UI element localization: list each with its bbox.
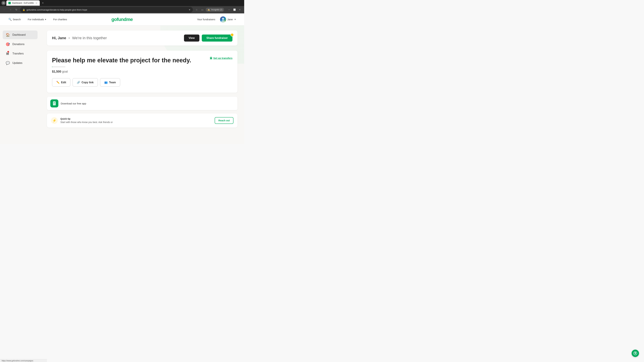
edit-label: Edit (61, 81, 66, 84)
action-buttons: ✏️ Edit 🔗 Copy link 👥 Team (52, 78, 232, 87)
tab-title: Dashboard - GoFundMe (12, 2, 34, 4)
bank-icon: 🏛 (210, 57, 212, 59)
your-fundraisers-link[interactable]: Your fundraisers (197, 18, 215, 21)
copy-link-button[interactable]: 🔗 Copy link (72, 78, 98, 87)
svg-rect-4 (54, 105, 55, 105)
setup-transfers-label: Set up transfers (213, 57, 232, 59)
site-logo[interactable]: gofundme (111, 17, 133, 22)
forward-btn[interactable]: → (8, 7, 13, 12)
svg-point-1 (222, 18, 224, 20)
fundraiser-card: 🏛 Set up transfers Please help me elevat… (47, 51, 238, 93)
reach-out-button[interactable]: Reach out (215, 117, 234, 124)
address-bar[interactable]: 🔒 gofundme.com/manage/donate-to-help-peo… (20, 7, 193, 12)
setup-transfers-link[interactable]: 🏛 Set up transfers (210, 57, 232, 59)
share-badge (230, 33, 234, 36)
notification-dot (8, 51, 9, 53)
window-controls: ─ ⬜ ✕ (227, 7, 242, 12)
user-menu[interactable]: Jane ▼ (219, 16, 238, 23)
copy-link-label: Copy link (82, 81, 94, 84)
team-icon: 👥 (104, 81, 108, 84)
edit-button[interactable]: ✏️ Edit (52, 78, 70, 87)
for-individuals-nav[interactable]: For individuals ▼ (26, 17, 48, 22)
sidebar-updates-label: Updates (12, 61, 22, 64)
for-individuals-label: For individuals (28, 18, 44, 21)
back-btn[interactable]: ← (2, 7, 7, 12)
site-header: 🔍 Search For individuals ▼ For charities… (0, 13, 244, 25)
team-label: Team (109, 81, 116, 84)
search-label: Search (13, 18, 21, 21)
app-icon (50, 99, 58, 107)
quick-tip-card: ⚡ Quick tip Start with those who know yo… (47, 113, 238, 128)
search-btn[interactable]: 🔍 Search (7, 17, 22, 22)
incognito-label: Incognito (2) (211, 8, 222, 11)
sidebar: 🏠 Dashboard 🎯 Donations 🏛 Transfers 💬 Up… (0, 25, 40, 143)
goal-text: $1,500 goal (52, 70, 232, 73)
download-app-banner[interactable]: Download our free app (47, 97, 238, 110)
tab-switcher-btn[interactable] (1, 1, 6, 5)
incognito-badge[interactable]: 🕵 Incognito (2) (206, 8, 224, 12)
search-icon: 🔍 (8, 18, 12, 21)
setup-transfers-wrapper: 🏛 Set up transfers Please help me elevat… (52, 57, 232, 66)
for-charities-nav[interactable]: For charities (52, 17, 68, 22)
user-chevron-down-icon: ▼ (234, 18, 236, 21)
quick-tip-text: Start with those who know you best. Ask … (60, 121, 212, 123)
minimize-btn[interactable]: ─ (227, 7, 232, 12)
updates-icon: 💬 (5, 61, 10, 65)
edit-icon: ✏️ (56, 81, 60, 84)
fundraiser-title: Please help me elevate the project for t… (52, 57, 232, 64)
quick-tip-label: Quick tip (60, 117, 212, 120)
view-button[interactable]: View (184, 34, 200, 41)
maximize-btn[interactable]: ⬜ (232, 7, 237, 12)
donations-icon: 🎯 (5, 42, 10, 46)
page: 🔍 Search For individuals ▼ For charities… (0, 13, 244, 144)
browser-toolbar: ← → ↻ 🔒 gofundme.com/manage/donate-to-he… (0, 6, 244, 13)
browser-tabs: Dashboard - GoFundMe ✕ + (0, 0, 244, 6)
dashboard-header-card: Hi, Jane • We're in this together View S… (47, 30, 238, 45)
greeting: Hi, Jane • We're in this together (52, 36, 107, 40)
tab-favicon (8, 2, 11, 4)
sidebar-item-updates[interactable]: 💬 Updates (3, 59, 38, 67)
share-fundraiser-button[interactable]: Share fundraiser (202, 34, 232, 41)
goal-amount: $1,500 (52, 70, 61, 73)
browser-chrome: Dashboard - GoFundMe ✕ + ← → ↻ 🔒 gofundm… (0, 0, 244, 13)
sidebar-donations-label: Donations (12, 43, 24, 46)
bookmark-btn[interactable]: ☆ (194, 7, 199, 12)
home-icon: 🏠 (5, 32, 10, 37)
sidebar-item-donations[interactable]: 🎯 Donations (3, 40, 38, 49)
sidebar-toggle-btn[interactable]: ▭ (200, 7, 204, 12)
main-content: Hi, Jane • We're in this together View S… (40, 25, 244, 143)
progress-bar (52, 66, 66, 67)
progress-bar-fill (52, 66, 52, 67)
tab-close-btn[interactable]: ✕ (35, 2, 38, 4)
lightning-icon: ⚡ (51, 117, 58, 124)
greeting-text: Hi, Jane • We're in this together (52, 36, 107, 40)
sidebar-item-transfers[interactable]: 🏛 Transfers (3, 49, 38, 58)
reload-btn[interactable]: ↻ (14, 7, 19, 12)
chevron-down-icon: ▼ (44, 18, 46, 20)
avatar (220, 16, 226, 22)
tip-content: Quick tip Start with those who know you … (60, 117, 212, 123)
logo-wrapper: gofundme (111, 17, 133, 22)
close-btn[interactable]: ✕ (238, 7, 242, 12)
new-tab-btn[interactable]: + (40, 1, 45, 5)
sidebar-dashboard-label: Dashboard (12, 33, 26, 36)
header-right: Your fundraisers (197, 16, 238, 23)
incognito-icon: 🕵 (207, 8, 210, 11)
share-fundraiser-label: Share fundraiser (206, 36, 228, 39)
download-app-label: Download our free app (61, 102, 86, 105)
for-charities-label: For charities (53, 18, 67, 21)
greeting-name: Hi, Jane (52, 36, 66, 40)
sidebar-item-dashboard[interactable]: 🏠 Dashboard (3, 30, 38, 39)
browser-actions: ☆ ▭ 🕵 Incognito (2) (194, 7, 224, 12)
main-layout: 🏠 Dashboard 🎯 Donations 🏛 Transfers 💬 Up… (0, 25, 244, 143)
copy-icon: 🔗 (77, 81, 80, 84)
user-name: Jane (228, 18, 233, 21)
header-left: 🔍 Search For individuals ▼ For charities (7, 17, 68, 22)
header-actions: View Share fundraiser (184, 34, 232, 41)
greeting-separator: • (68, 36, 70, 40)
goal-label: goal (62, 70, 68, 73)
greeting-subtitle: We're in this together (72, 36, 107, 40)
active-tab[interactable]: Dashboard - GoFundMe ✕ (6, 0, 40, 6)
team-button[interactable]: 👥 Team (100, 78, 120, 87)
sidebar-transfers-label: Transfers (12, 52, 24, 55)
